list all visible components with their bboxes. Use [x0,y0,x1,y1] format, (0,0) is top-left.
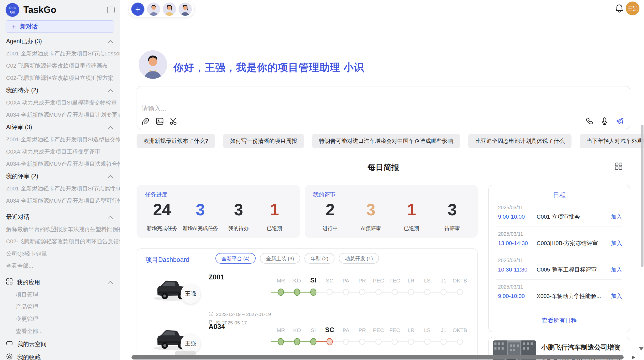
event-time: 13:00-14:30 [498,240,537,247]
stat: 3我的待办 [223,201,254,232]
event-name: X003-车辆动力学性能验... [537,292,611,300]
join-link[interactable]: 加入 [611,239,622,247]
task-list-item[interactable]: Z001-全新燃油轻卡产品开发项目SI节点属性5D文件评审 [0,183,120,195]
chevron-up-icon [108,280,113,284]
suggestion-chip[interactable]: 比亚迪全固态电池计划具体说了什么 [468,134,572,148]
project-dates-text: 2023-12-19 ~ 2027-01-19 [216,312,271,317]
suggestion-chip[interactable]: 当下年轻人对汽车外观有怎样的喜好趋势 [580,134,644,148]
section-header[interactable]: AI评审 (3) [0,121,120,133]
svg-text:PA: PA [343,278,349,283]
svg-text:PR: PR [358,327,366,333]
event-time: 9:00-10:00 [498,214,537,220]
sidebar-collapse-icon[interactable] [107,7,115,13]
join-link[interactable]: 加入 [611,292,622,300]
task-list-item[interactable]: C02-飞腾新能源轻客改款项目立项汇报方案 [0,72,120,84]
send-icon[interactable] [616,117,624,126]
horizontal-scrollbar-thumb[interactable] [131,355,624,359]
svg-text:MR: MR [277,327,285,333]
app-item[interactable]: 项目管理 [0,289,120,301]
phone-icon[interactable] [585,117,594,126]
scissors-icon[interactable] [169,117,178,126]
sidebar-header: Task Go TaskGo [0,0,120,19]
dashboard-title: 项目Dashboard [145,256,189,264]
recent-chat-item[interactable]: 查看全部... [0,260,120,272]
agent-avatar-1[interactable] [147,3,160,16]
greeting-text: 你好，王强，我是你的项目管理助理 小识 [173,61,364,74]
vertical-scrollbar-thumb[interactable] [641,125,643,267]
stat-value: 2 [315,201,345,219]
join-link[interactable]: 加入 [611,266,622,274]
recent-chat-item[interactable]: 解释最新出台的欧盟报废车法规再生塑料比例被调至15%... [0,223,120,235]
section-header-label: 我的应用 [6,278,40,286]
section-header[interactable]: Agent已办 (3) [0,35,120,48]
task-list-item[interactable]: Z001-全新燃油轻卡产品开发项目SI造型提交物评审 [0,133,120,146]
chat-input[interactable]: 请输入... [137,86,630,129]
dashboard-filter[interactable]: 动总开发 (1) [339,253,379,264]
dashboard-filter[interactable]: 年型 (2) [304,253,334,264]
suggestion-chip[interactable]: 特朗普可能对进口汽车增税会对中国车企造成哪些影响 [312,134,460,148]
stat: 3待评审 [437,201,467,232]
scroll-right-arrow[interactable] [632,355,635,359]
scroll-down-arrow[interactable] [639,347,643,351]
dashboard-filter[interactable]: 全新上装 (3) [260,253,300,264]
image-icon[interactable] [155,117,164,126]
join-link[interactable]: 加入 [611,213,622,221]
new-chat-button[interactable]: ＋ 新对话 [6,20,114,33]
task-list-item[interactable]: C0X4-动力总成开发项目工程变更评审 [0,146,120,158]
svg-text:OKTB: OKTB [452,278,467,283]
project-row[interactable]: 王强Z0012023-12-19 ~ 2027-01-19SI-2025-05-… [137,274,478,323]
agent-avatar-2[interactable] [163,3,176,16]
sidebar-link-cloud-space[interactable]: 我的云空间 [0,337,120,351]
project-milestones: MRKOSISCPAPRPECFECLRLSJ1OKTB [269,326,473,350]
task-list-item[interactable]: A034-全新新能源MUV产品开发项目计划变更表编写 [0,109,120,121]
microphone-icon[interactable] [600,117,609,126]
section-title: 我的评审 (2) [6,172,38,180]
briefing-layout-icon[interactable] [614,162,623,170]
section-header[interactable]: 我的评审 (2) [0,170,120,183]
view-all-schedule-link[interactable]: 查看所有日程 [489,317,630,324]
suggestion-chip[interactable]: 欧洲新规最近颁布了什么? [137,134,215,148]
news-title: 小鹏飞行汽车制造公司增资 [541,343,621,352]
section-header[interactable]: 我的待办 (2) [0,84,120,97]
dashboard-filter[interactable]: 全新平台 (4) [215,253,256,264]
divider [496,306,622,306]
app-item[interactable]: 查看全部... [0,325,120,337]
task-list-item[interactable]: A034-全新新能源MUV产品开发项目造型可行性评审 [0,195,120,207]
divider [0,209,120,209]
event-name: C005-整车工程目标评审 [537,266,611,274]
stat-value: 3 [356,201,386,219]
sidebar-link-label: 我的收藏 [17,353,41,360]
user-avatar[interactable]: 王强 [626,2,639,15]
sidebar-link-favorites[interactable]: 我的收藏 [0,351,120,360]
svg-text:J1: J1 [441,278,446,283]
app-logo: Task Go [6,3,19,17]
project-milestones: MRKOSISCPAPRPECFECLRLSJ1OKTB [269,276,473,301]
task-list-item[interactable]: C0X4-动力总成开发项目SI里程碑提交物检查 [0,97,120,109]
section-header[interactable]: 最近对话 [0,211,120,223]
attachment-icon[interactable] [142,117,150,126]
recent-chat-item[interactable]: 公司Q3轻卡销量 [0,248,120,260]
suggestion-chip[interactable]: 如何写一份清晰的项目周报 [223,134,304,148]
logo-text-bottom: Go [10,10,15,14]
task-list-item[interactable]: Z001-全新燃油皮卡产品开发项目SI节点Lesson Learn报告 [0,48,120,60]
section-title: 我的待办 (2) [6,86,38,94]
divider [496,227,622,227]
stat-label: AI预评审 [356,225,386,232]
stat: 24新增完成任务 [147,201,177,232]
dashboard-filters: 全新平台 (4)全新上装 (3)年型 (2)动总开发 (1) [215,253,379,264]
svg-text:MR: MR [277,278,285,283]
app-item[interactable]: 产品管理 [0,301,120,313]
task-list-item[interactable]: C02-飞腾新能源轻客改款项目里程碑画布 [0,60,120,72]
section-header-label: 最近对话 [6,213,30,221]
stat-value: 3 [223,201,254,219]
stat-value: 3 [183,201,218,219]
app-item[interactable]: 变更管理 [0,313,120,325]
milestone-strip: MRKOSISCPAPRPECFECLRLSJ1OKTB [269,326,473,349]
notification-bell-icon[interactable] [616,4,623,13]
add-agent-button[interactable]: ＋ [131,3,144,16]
agent-avatar-3[interactable] [179,3,192,16]
task-list-item[interactable]: A034-全新新能源MUV产品开发项目法规符合性评审 [0,158,120,170]
section-header[interactable]: 我的应用 [0,276,120,289]
recent-chat-item[interactable]: C02-飞腾新能源轻客改款项目的闭环通告反馈情况 [0,235,120,248]
app-title: TaskGo [23,5,107,15]
